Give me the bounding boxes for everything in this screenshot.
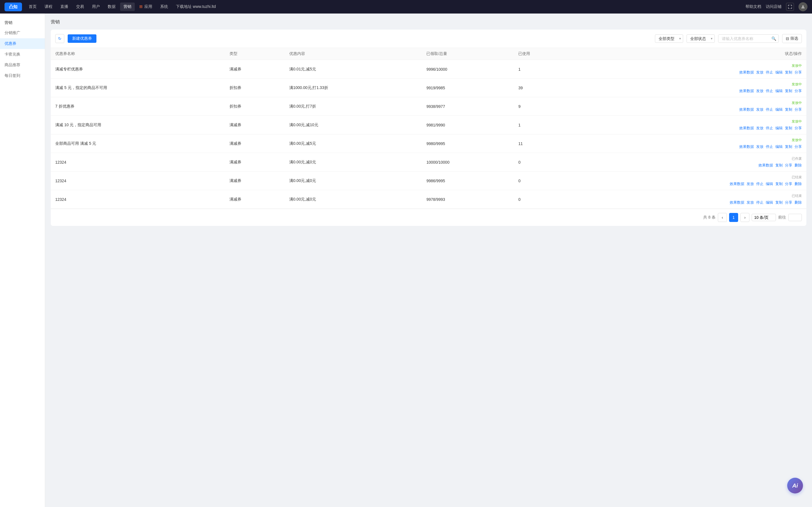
action-link-编辑[interactable]: 编辑 xyxy=(775,89,783,94)
nav-home[interactable]: 首页 xyxy=(26,3,40,11)
cell-type: 满减券 xyxy=(225,60,285,78)
action-link-停止[interactable]: 停止 xyxy=(756,200,763,205)
page-size-wrapper: 10 条/页 20 条/页 50 条/页 xyxy=(752,214,776,221)
action-link-停止[interactable]: 停止 xyxy=(766,70,773,75)
action-link-效果数据[interactable]: 效果数据 xyxy=(730,200,744,205)
action-link-复制[interactable]: 复制 xyxy=(775,163,783,168)
cell-claimed: 9919/9985 xyxy=(422,78,514,97)
action-link-停止[interactable]: 停止 xyxy=(766,107,773,112)
nav-marketing[interactable]: 营销 xyxy=(120,3,135,11)
status-action-wrapper: 已结束 效果数据发放停止编辑复制分享删除 xyxy=(578,175,802,186)
prev-page-button[interactable]: ‹ xyxy=(718,213,727,222)
goto-input[interactable] xyxy=(788,214,802,221)
action-link-编辑[interactable]: 编辑 xyxy=(766,181,773,186)
refresh-button[interactable]: ↻ xyxy=(55,34,64,43)
coupon-table-container: 优惠券名称 类型 优惠内容 已领取/总量 已使用 状态/操作 满减专栏优惠券 满… xyxy=(51,48,806,209)
sidebar-item-daily-checkin[interactable]: 每日签到 xyxy=(0,70,45,81)
action-links: 效果数据发放停止编辑复制分享 xyxy=(739,126,802,131)
action-link-复制[interactable]: 复制 xyxy=(785,70,792,75)
cell-used: 0 xyxy=(514,172,573,190)
sidebar-item-product-recommend[interactable]: 商品推荐 xyxy=(0,60,45,70)
filter-button[interactable]: ⊟ 筛选 xyxy=(782,34,802,43)
action-link-分享[interactable]: 分享 xyxy=(785,163,792,168)
user-avatar[interactable] xyxy=(799,2,808,11)
action-link-复制[interactable]: 复制 xyxy=(785,107,792,112)
action-link-停止[interactable]: 停止 xyxy=(766,126,773,131)
action-link-发放[interactable]: 发放 xyxy=(756,89,763,94)
nav-data[interactable]: 数据 xyxy=(104,3,119,11)
action-link-复制[interactable]: 复制 xyxy=(775,200,783,205)
fullscreen-button[interactable] xyxy=(786,3,794,11)
action-link-发放[interactable]: 发放 xyxy=(756,126,763,131)
page-1-button[interactable]: 1 xyxy=(729,213,738,222)
action-link-删除[interactable]: 删除 xyxy=(795,181,802,186)
search-input[interactable] xyxy=(718,35,769,43)
action-link-效果数据[interactable]: 效果数据 xyxy=(739,144,754,149)
action-link-分享[interactable]: 分享 xyxy=(785,200,792,205)
sidebar-item-card-redeem[interactable]: 卡密兑换 xyxy=(0,49,45,60)
action-link-分享[interactable]: 分享 xyxy=(795,89,802,94)
action-link-复制[interactable]: 复制 xyxy=(775,181,783,186)
cell-type: 满减券 xyxy=(225,116,285,134)
nav-user[interactable]: 用户 xyxy=(89,3,103,11)
action-link-编辑[interactable]: 编辑 xyxy=(775,70,783,75)
col-status-action: 状态/操作 xyxy=(574,48,806,60)
action-link-效果数据[interactable]: 效果数据 xyxy=(730,181,744,186)
nav-app[interactable]: ⊞ 应用 xyxy=(136,3,156,11)
action-link-分享[interactable]: 分享 xyxy=(795,107,802,112)
ai-assistant-badge[interactable]: Ai xyxy=(787,478,803,494)
action-link-发放[interactable]: 发放 xyxy=(747,200,754,205)
nav-course[interactable]: 课程 xyxy=(41,3,56,11)
status-badge: 已作废 xyxy=(792,156,802,162)
action-link-效果数据[interactable]: 效果数据 xyxy=(758,163,773,168)
nav-trade[interactable]: 交易 xyxy=(73,3,87,11)
action-link-分享[interactable]: 分享 xyxy=(795,70,802,75)
nav-live[interactable]: 直播 xyxy=(57,3,71,11)
action-link-发放[interactable]: 发放 xyxy=(756,107,763,112)
sidebar-item-distribution[interactable]: 分销推广 xyxy=(0,27,45,38)
action-link-复制[interactable]: 复制 xyxy=(785,126,792,131)
action-link-停止[interactable]: 停止 xyxy=(766,144,773,149)
action-link-复制[interactable]: 复制 xyxy=(785,89,792,94)
status-badge: 发放中 xyxy=(792,138,802,143)
table-row: 满减 5 元，指定的商品不可用 折扣券 满1000.00元,打1.33折 991… xyxy=(51,78,806,97)
action-link-分享[interactable]: 分享 xyxy=(795,126,802,131)
action-links: 效果数据复制分享删除 xyxy=(758,163,802,168)
goto-label: 前往 xyxy=(778,215,786,220)
type-filter-select[interactable]: 全部类型 满减券 折扣券 xyxy=(655,34,683,43)
status-action-wrapper: 发放中 效果数据发放停止编辑复制分享 xyxy=(578,63,802,75)
nav-download[interactable]: 下载地址 www.tuzhi.ltd xyxy=(172,3,219,11)
action-link-效果数据[interactable]: 效果数据 xyxy=(739,70,754,75)
status-filter-select[interactable]: 全部状态 发放中 已结束 已作废 xyxy=(687,34,715,43)
action-link-编辑[interactable]: 编辑 xyxy=(766,200,773,205)
action-link-分享[interactable]: 分享 xyxy=(785,181,792,186)
cell-type: 满减券 xyxy=(225,190,285,209)
action-link-编辑[interactable]: 编辑 xyxy=(775,107,783,112)
action-link-停止[interactable]: 停止 xyxy=(766,89,773,94)
cell-claimed: 9978/9993 xyxy=(422,190,514,209)
action-link-复制[interactable]: 复制 xyxy=(785,144,792,149)
help-docs-link[interactable]: 帮助文档 xyxy=(746,4,761,9)
action-link-发放[interactable]: 发放 xyxy=(756,70,763,75)
logo-button[interactable]: 凸知 xyxy=(4,3,22,11)
visit-store-link[interactable]: 访问店铺 xyxy=(766,4,781,9)
action-link-效果数据[interactable]: 效果数据 xyxy=(739,126,754,131)
action-link-停止[interactable]: 停止 xyxy=(756,181,763,186)
action-link-编辑[interactable]: 编辑 xyxy=(775,144,783,149)
action-link-发放[interactable]: 发放 xyxy=(756,144,763,149)
action-link-编辑[interactable]: 编辑 xyxy=(775,126,783,131)
col-type: 类型 xyxy=(225,48,285,60)
action-link-效果数据[interactable]: 效果数据 xyxy=(739,107,754,112)
cell-type: 满减券 xyxy=(225,172,285,190)
col-content: 优惠内容 xyxy=(285,48,422,60)
page-size-select[interactable]: 10 条/页 20 条/页 50 条/页 xyxy=(752,214,776,221)
nav-system[interactable]: 系统 xyxy=(157,3,171,11)
create-coupon-button[interactable]: 新建优惠券 xyxy=(68,34,96,43)
action-link-删除[interactable]: 删除 xyxy=(795,200,802,205)
action-link-发放[interactable]: 发放 xyxy=(747,181,754,186)
next-page-button[interactable]: › xyxy=(741,213,749,222)
action-link-效果数据[interactable]: 效果数据 xyxy=(739,89,754,94)
action-link-分享[interactable]: 分享 xyxy=(795,144,802,149)
sidebar-item-coupons[interactable]: 优惠券 xyxy=(0,38,45,49)
action-link-删除[interactable]: 删除 xyxy=(795,163,802,168)
